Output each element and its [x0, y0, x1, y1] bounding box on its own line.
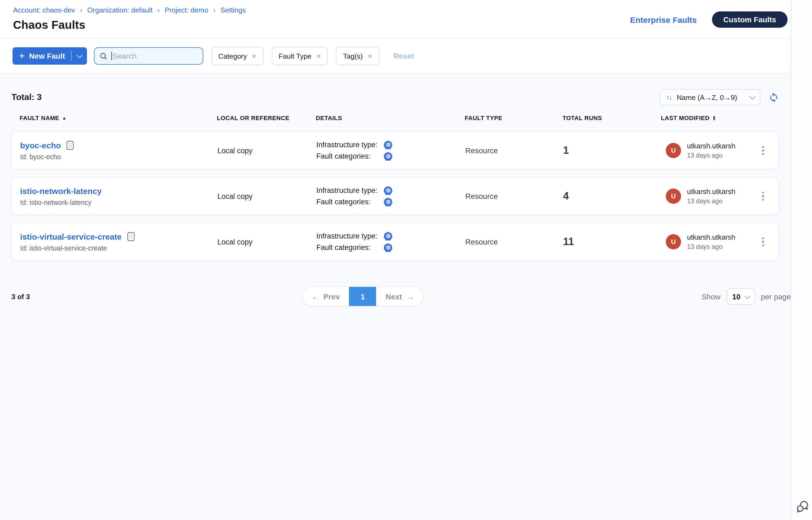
page-size-value: 10 — [732, 293, 740, 301]
last-modified-cell: U utkarsh.utkarsh 13 days ago — [661, 187, 757, 205]
row-menu-kebab-icon[interactable] — [757, 188, 769, 204]
infrastructure-type-label: Infrastructure type: — [316, 141, 384, 149]
row-menu-kebab-icon[interactable] — [757, 234, 769, 250]
avatar: U — [666, 188, 681, 204]
total-count-label: Total: 3 — [11, 93, 42, 102]
reset-filters-button[interactable]: Reset — [393, 52, 414, 60]
modified-date: 13 days ago — [687, 152, 735, 159]
total-runs-cell: 11 — [563, 236, 661, 248]
column-header-fault-type: FAULT TYPE — [465, 115, 562, 121]
filter-category[interactable]: Category × — [211, 47, 263, 65]
chevron-down-icon — [744, 293, 751, 299]
fault-type-cell: Resource — [465, 146, 563, 155]
column-header-fault-name[interactable]: FAULT NAME ▲ — [20, 115, 217, 121]
fault-categories-label: Fault categories: — [316, 198, 384, 206]
modified-by: utkarsh.utkarsh — [687, 187, 735, 196]
sort-dropdown[interactable]: ↑↓ Name (A→Z, 0→9) — [660, 89, 760, 105]
column-header-details: DETAILS — [316, 115, 465, 121]
breadcrumb-separator-icon: › — [213, 6, 215, 14]
current-page-button[interactable]: 1 — [349, 287, 376, 306]
modified-date: 13 days ago — [687, 197, 735, 205]
close-icon[interactable]: × — [252, 52, 256, 60]
fault-name-cell: istio-virtual-service-create Id: istio-v… — [20, 232, 218, 252]
filter-tags-label: Tag(s) — [343, 52, 362, 60]
breadcrumb-account-link[interactable]: Account: chaos-dev — [13, 6, 75, 14]
fault-id: Id: byoc-echo — [20, 153, 218, 161]
column-header-local-or-reference: LOCAL OR REFERENCE — [217, 115, 316, 121]
breadcrumb-settings-link[interactable]: Settings — [220, 6, 246, 14]
sort-ascending-icon: ▲ — [62, 115, 66, 120]
fault-categories-label: Fault categories: — [316, 152, 384, 160]
infrastructure-type-label: Infrastructure type: — [316, 232, 384, 240]
fault-id: Id: istio-virtual-service-create — [20, 244, 218, 252]
close-icon[interactable]: × — [316, 52, 321, 60]
search-input[interactable] — [112, 52, 198, 60]
filter-tags[interactable]: Tag(s) × — [336, 47, 379, 65]
modified-by: utkarsh.utkarsh — [687, 142, 735, 150]
fault-name-cell: byoc-echo Id: byoc-echo — [20, 140, 218, 161]
table-row: istio-network-latency Id: istio-network-… — [11, 177, 779, 215]
column-header-label: LAST MODIFIED — [661, 115, 710, 121]
total-runs-cell: 1 — [563, 145, 661, 156]
kubernetes-icon — [384, 243, 392, 252]
details-cell: Infrastructure type: Fault categories: — [316, 230, 465, 253]
next-page-button[interactable]: Next → — [376, 287, 423, 306]
fault-manifest-icon[interactable] — [66, 140, 74, 150]
header-actions: Enterprise Faults Custom Faults — [630, 11, 788, 28]
table-row: istio-virtual-service-create Id: istio-v… — [11, 223, 779, 261]
page-size-dropdown[interactable]: 10 — [727, 288, 755, 305]
left-arrow-icon: ← — [311, 292, 319, 301]
custom-faults-button[interactable]: Custom Faults — [712, 11, 788, 28]
new-fault-button[interactable]: + New Fault — [12, 47, 87, 64]
fault-manifest-icon[interactable] — [127, 232, 135, 241]
fault-type-cell: Resource — [465, 192, 563, 201]
chevron-down-icon[interactable] — [76, 52, 83, 58]
help-chat-icon[interactable] — [796, 500, 810, 514]
search-icon — [99, 52, 107, 60]
last-modified-cell: U utkarsh.utkarsh 13 days ago — [661, 142, 757, 159]
list-footer: 3 of 3 ← Prev 1 Next → Show 10 — [0, 286, 791, 307]
column-header-total-runs: TOTAL RUNS — [562, 115, 661, 121]
fault-name-link[interactable]: byoc-echo — [20, 140, 61, 150]
new-fault-label: New Fault — [29, 52, 65, 60]
sort-dropdown-value: Name (A→Z, 0→9) — [677, 93, 737, 101]
breadcrumb-separator-icon: › — [80, 6, 82, 14]
local-or-reference-cell: Local copy — [218, 192, 316, 200]
right-arrow-icon: → — [406, 292, 414, 301]
last-modified-cell: U utkarsh.utkarsh 13 days ago — [661, 233, 757, 251]
avatar: U — [666, 234, 681, 250]
chevron-down-icon — [750, 94, 756, 100]
plus-icon: + — [19, 51, 25, 61]
page-header: Account: chaos-dev › Organization: defau… — [0, 0, 791, 38]
details-cell: Infrastructure type: Fault categories: — [316, 185, 465, 208]
breadcrumb-project-link[interactable]: Project: demo — [165, 6, 208, 14]
fault-type-cell: Resource — [465, 237, 563, 246]
kubernetes-icon — [384, 140, 392, 149]
fault-name-cell: istio-network-latency Id: istio-network-… — [20, 186, 218, 206]
filter-category-label: Category — [218, 52, 247, 60]
show-label: Show — [702, 292, 720, 301]
main-column: Account: chaos-dev › Organization: defau… — [0, 0, 791, 520]
row-menu-kebab-icon[interactable] — [757, 142, 769, 159]
fault-name-link[interactable]: istio-virtual-service-create — [20, 232, 122, 241]
total-runs-cell: 4 — [563, 190, 661, 202]
sort-group: ↑↓ Name (A→Z, 0→9) — [660, 89, 779, 105]
toolbar: + New Fault Category × Fault Type × — [0, 38, 791, 74]
column-header-last-modified[interactable]: LAST MODIFIED ▲▼ — [661, 115, 757, 121]
prev-label: Prev — [323, 292, 340, 301]
chaos-faults-page: Account: chaos-dev › Organization: defau… — [0, 0, 812, 520]
sort-both-icon: ▲▼ — [712, 115, 716, 121]
close-icon[interactable]: × — [368, 52, 372, 60]
fault-name-link[interactable]: istio-network-latency — [20, 186, 102, 196]
refresh-icon[interactable] — [768, 92, 779, 103]
enterprise-faults-link[interactable]: Enterprise Faults — [630, 15, 696, 24]
per-page-label: per page — [761, 292, 791, 301]
kubernetes-icon — [384, 198, 392, 206]
kubernetes-icon — [384, 186, 392, 195]
breadcrumb-organization-link[interactable]: Organization: default — [87, 6, 152, 14]
filter-fault-type[interactable]: Fault Type × — [272, 47, 328, 65]
filter-fault-type-label: Fault Type — [279, 52, 311, 60]
avatar: U — [666, 143, 681, 158]
sort-toggle-icon: ↑↓ — [666, 94, 672, 101]
prev-page-button[interactable]: ← Prev — [302, 287, 349, 306]
